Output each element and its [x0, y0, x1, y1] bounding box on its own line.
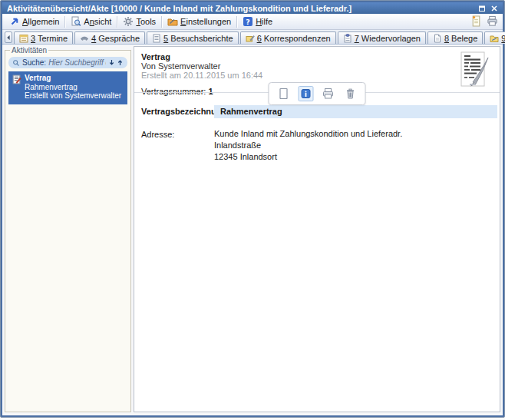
document-created-timestamp: Erstellt am 20.11.2015 um 16:44: [141, 71, 492, 80]
tab-label: 5 Besuchsberichte: [163, 34, 233, 43]
svg-text:?: ?: [246, 18, 250, 26]
contract-number-value: 1: [208, 87, 213, 96]
note-button[interactable]: [470, 15, 482, 28]
info-icon: [300, 88, 312, 100]
contract-document-icon: [454, 51, 493, 89]
delete-button[interactable]: [343, 86, 358, 101]
help-icon: ?: [243, 16, 253, 27]
menu-item-ansicht[interactable]: Ansicht: [67, 15, 115, 28]
window-title: Aktivitätenübersicht/Akte [10000 / Kunde…: [7, 4, 476, 13]
correspondence-icon: [246, 34, 255, 43]
menu-item-label: Allgemein: [22, 17, 59, 26]
address-line: 12345 Inlandsort: [214, 151, 497, 163]
search-icon: [12, 59, 20, 67]
restore-button[interactable]: [476, 3, 488, 13]
title-bar: Aktivitätenübersicht/Akte [10000 / Kunde…: [2, 2, 503, 14]
report-icon: [152, 34, 161, 43]
menu-item-hilfe[interactable]: ?Hilfe: [239, 15, 276, 28]
menu-separator: [236, 16, 237, 28]
contract-icon: [12, 74, 21, 84]
menu-item-label: Ansicht: [84, 17, 111, 26]
activity-item-subtitle: Rahmenvertrag: [25, 83, 121, 92]
restore-icon: [478, 5, 486, 12]
activities-group-title: Aktivitäten: [10, 46, 48, 55]
menu-bar: AllgemeinAnsichtToolsEinstellungen?Hilfe: [2, 14, 503, 30]
arrow-down-icon[interactable]: [108, 59, 115, 66]
activity-list: VertragRahmenvertragErstellt von Systemv…: [8, 71, 127, 104]
activity-item-vertrag[interactable]: VertragRahmenvertragErstellt von Systemv…: [8, 71, 127, 104]
document-toolbar: [269, 82, 366, 105]
tab-label: 6 Korrespondenzen: [257, 34, 331, 43]
header-divider: [134, 92, 500, 93]
field-row-vertragsbezeichnung: Vertragsbezeichnung:Rahmenvertrag: [141, 105, 497, 118]
note-icon: [470, 15, 482, 27]
menu-item-tools[interactable]: Tools: [119, 15, 160, 28]
tab-4-gespr-che[interactable]: 4 Gespräche: [74, 31, 145, 44]
tab-3-termine[interactable]: 3 Termine: [14, 31, 73, 44]
document-title: Vertrag: [141, 52, 492, 61]
followup-icon: [343, 34, 352, 43]
project-icon: [490, 34, 499, 43]
tab-strip: 3 Termine4 Gespräche5 Besuchsberichte6 K…: [2, 30, 503, 45]
content-area: Aktivitäten Suche: VertragRahmenvertragE…: [2, 45, 503, 415]
sidebar: Aktivitäten Suche: VertragRahmenvertragE…: [5, 46, 131, 412]
app-window: Aktivitätenübersicht/Akte [10000 / Kunde…: [0, 0, 505, 418]
print-icon: [322, 88, 335, 100]
field-value: Rahmenvertrag: [214, 105, 497, 118]
search-bar[interactable]: Suche:: [8, 57, 127, 68]
activity-item-text: VertragRahmenvertragErstellt von Systemv…: [25, 74, 121, 101]
tab-scroll-left-button[interactable]: [5, 31, 12, 43]
tab-label: 9 Projekte: [501, 34, 505, 43]
search-label: Suche:: [22, 58, 46, 67]
arrow-up-right-icon: [9, 16, 20, 27]
tab-8-belege[interactable]: 8 Belege: [427, 31, 483, 44]
new-document-button[interactable]: [276, 86, 292, 101]
menu-item-label: Tools: [136, 17, 156, 26]
menu-item-allgemein[interactable]: Allgemein: [5, 15, 63, 28]
field-label: Vertragsbezeichnung:: [141, 105, 214, 116]
activity-item-title: Vertrag: [25, 74, 121, 83]
tab-label: 3 Termine: [31, 34, 68, 43]
chevron-left-icon: [5, 35, 12, 41]
calendar-icon: [19, 34, 28, 43]
tab-label: 8 Belege: [444, 34, 477, 43]
tab-9-projekte[interactable]: 9 Projekte: [484, 31, 505, 44]
print-button[interactable]: [321, 86, 336, 101]
menu-item-einstellungen[interactable]: Einstellungen: [163, 15, 235, 28]
field-row-adresse: Adresse:Kunde Inland mit Zahlungskonditi…: [141, 128, 497, 163]
address-line: Kunde Inland mit Zahlungskondition und L…: [214, 128, 497, 140]
menu-separator: [161, 16, 162, 28]
menu-item-label: Hilfe: [256, 17, 272, 26]
info-button[interactable]: [299, 86, 314, 101]
view-icon: [71, 16, 81, 27]
printer-button[interactable]: [487, 15, 498, 28]
settings-icon: [167, 16, 178, 27]
tab-label: 7 Wiedervorlagen: [355, 34, 421, 43]
phone-icon: [80, 34, 89, 43]
field-label: Adresse:: [141, 128, 214, 139]
activity-item-meta: Erstellt von Systemverwalter: [25, 91, 121, 101]
menu-separator: [117, 16, 117, 28]
contract-number-label: Vertragsnummer:: [141, 87, 206, 96]
address-line: Inlandstraße: [214, 140, 497, 151]
menubar-quick-icons: [470, 15, 500, 28]
close-button[interactable]: [488, 3, 500, 13]
detail-panel: Vertrag Von Systemverwalter Erstellt am …: [134, 46, 500, 412]
printer-icon: [487, 15, 498, 27]
field-value: Kunde Inland mit Zahlungskondition und L…: [214, 128, 497, 163]
menu-item-label: Einstellungen: [180, 17, 231, 26]
delete-icon: [345, 88, 357, 100]
tab-6-korrespondenzen[interactable]: 6 Korrespondenzen: [240, 31, 336, 44]
search-input[interactable]: [48, 58, 106, 68]
arrow-up-icon[interactable]: [117, 59, 124, 66]
tab-5-besuchsberichte[interactable]: 5 Besuchsberichte: [147, 31, 239, 44]
close-icon: [490, 5, 498, 12]
menu-separator: [64, 16, 65, 28]
field-list: Vertragsbezeichnung:RahmenvertragAdresse…: [134, 105, 500, 173]
document-author: Von Systemverwalter: [141, 61, 492, 71]
tab-label: 4 Gespräche: [91, 34, 140, 43]
new-document-icon: [278, 88, 290, 100]
tab-7-wiedervorlagen[interactable]: 7 Wiedervorlagen: [338, 31, 426, 44]
receipt-icon: [433, 34, 442, 43]
tools-icon: [123, 16, 134, 27]
